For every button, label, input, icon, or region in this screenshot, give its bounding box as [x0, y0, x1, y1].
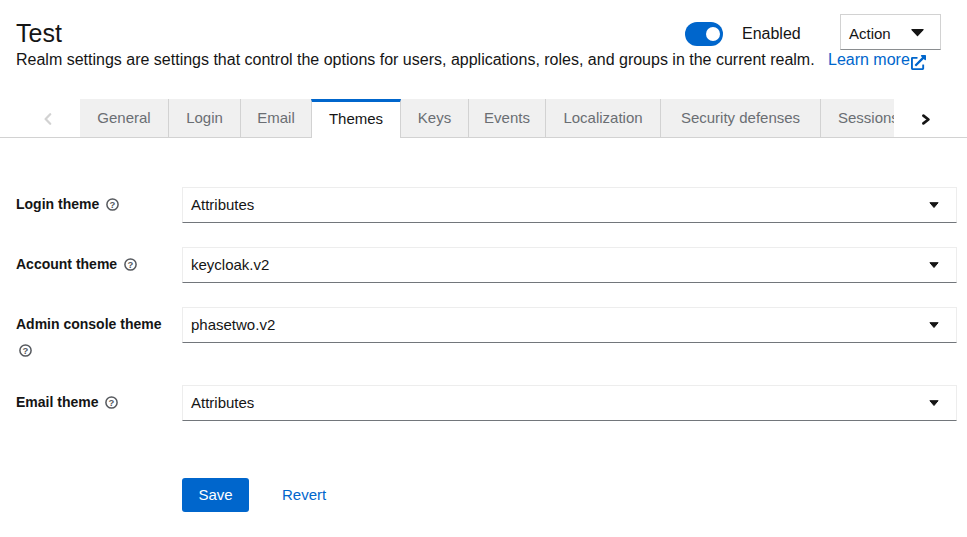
svg-text:?: ? — [128, 259, 134, 270]
svg-text:?: ? — [110, 199, 116, 210]
svg-text:?: ? — [23, 345, 29, 356]
svg-text:?: ? — [109, 397, 115, 408]
